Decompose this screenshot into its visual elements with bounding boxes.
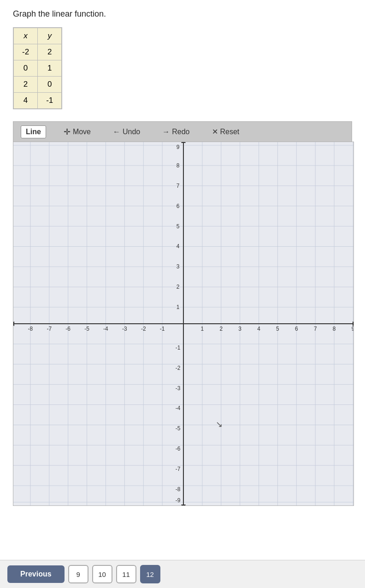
svg-text:7: 7 (314, 326, 317, 332)
page-10-button[interactable]: 10 (92, 565, 112, 583)
svg-text:-3: -3 (122, 326, 127, 332)
line-tool-button[interactable]: Line (21, 125, 46, 138)
svg-text:2: 2 (177, 284, 180, 290)
y-cell: 0 (38, 77, 62, 93)
svg-text:-4: -4 (176, 405, 181, 411)
svg-text:-1: -1 (160, 326, 165, 332)
svg-text:9: 9 (177, 144, 180, 150)
graph-area[interactable]: 1 2 3 4 5 6 7 8 9 -1 -2 -3 -4 -5 -6 -7 -… (13, 142, 354, 506)
svg-text:-2: -2 (176, 365, 181, 371)
table-row: 01 (14, 60, 62, 77)
xy-table: x y -2201204-1 (13, 28, 62, 109)
move-icon: ✛ (64, 127, 71, 137)
x-cell: 0 (14, 60, 38, 77)
table-row: 20 (14, 77, 62, 93)
page-9-button[interactable]: 9 (68, 565, 88, 583)
svg-text:-1: -1 (176, 344, 181, 351)
svg-text:↘: ↘ (216, 420, 223, 429)
svg-text:5: 5 (177, 223, 180, 230)
svg-text:-8: -8 (176, 486, 181, 493)
x-cell: 4 (14, 93, 38, 109)
reset-icon: ✕ (212, 127, 218, 136)
col-y-header: y (38, 28, 62, 44)
reset-label: Reset (220, 128, 240, 136)
y-cell: 2 (38, 44, 62, 60)
y-cell: 1 (38, 60, 62, 77)
page-12-label: 12 (146, 570, 154, 578)
svg-text:4: 4 (257, 326, 260, 332)
page-11-button[interactable]: 11 (116, 565, 136, 583)
page-9-label: 9 (76, 570, 80, 578)
svg-text:-3: -3 (176, 385, 181, 392)
previous-label: Previous (20, 570, 52, 578)
instruction-text: Graph the linear function. (13, 9, 352, 19)
page-12-button[interactable]: 12 (140, 565, 160, 583)
svg-text:2: 2 (219, 326, 223, 332)
page: Graph the linear function. x y -2201204-… (0, 0, 365, 588)
redo-button[interactable]: → Redo (158, 126, 194, 138)
svg-text:-5: -5 (176, 425, 181, 432)
table-row: -22 (14, 44, 62, 60)
svg-text:-4: -4 (103, 326, 108, 332)
svg-text:6: 6 (177, 203, 180, 209)
svg-marker-43 (181, 142, 186, 143)
page-10-label: 10 (98, 570, 106, 578)
svg-text:8: 8 (333, 326, 336, 332)
svg-marker-42 (13, 321, 14, 326)
svg-text:-8: -8 (28, 326, 33, 332)
undo-button[interactable]: ← Undo (108, 126, 145, 138)
svg-text:5: 5 (276, 326, 279, 332)
x-cell: -2 (14, 44, 38, 60)
toolbar: Line ✛ Move ← Undo → Redo ✕ Reset (13, 121, 352, 142)
svg-text:-5: -5 (84, 326, 89, 332)
svg-text:3: 3 (177, 263, 180, 270)
bottom-navigation: Previous 9 10 11 12 (0, 560, 365, 588)
svg-text:8: 8 (177, 162, 180, 169)
svg-text:1: 1 (177, 304, 180, 310)
svg-text:4: 4 (177, 243, 180, 249)
undo-icon: ← (113, 128, 120, 136)
svg-text:-2: -2 (141, 326, 146, 332)
redo-label: Redo (172, 128, 189, 136)
undo-label: Undo (123, 128, 140, 136)
svg-text:-6: -6 (65, 326, 71, 332)
x-cell: 2 (14, 77, 38, 93)
svg-text:-7: -7 (47, 326, 52, 332)
data-table: x y -2201204-1 (13, 27, 62, 109)
svg-text:-7: -7 (176, 466, 181, 472)
col-x-header: x (14, 28, 38, 44)
graph-svg: 1 2 3 4 5 6 7 8 9 -1 -2 -3 -4 -5 -6 -7 -… (13, 142, 353, 505)
redo-icon: → (162, 128, 170, 136)
page-11-label: 11 (122, 570, 130, 578)
svg-marker-44 (181, 505, 186, 505)
move-label: Move (73, 128, 91, 136)
svg-text:-6: -6 (176, 445, 181, 452)
svg-text:1: 1 (201, 326, 204, 332)
y-cell: -1 (38, 93, 62, 109)
reset-button[interactable]: ✕ Reset (207, 125, 244, 138)
svg-text:7: 7 (177, 183, 180, 189)
svg-text:6: 6 (295, 326, 298, 332)
svg-text:3: 3 (238, 326, 241, 332)
svg-text:-9: -9 (176, 497, 181, 504)
previous-button[interactable]: Previous (7, 565, 65, 583)
svg-text:9: 9 (352, 326, 353, 332)
line-label: Line (26, 128, 41, 136)
move-tool-button[interactable]: ✛ Move (59, 125, 95, 139)
table-row: 4-1 (14, 93, 62, 109)
